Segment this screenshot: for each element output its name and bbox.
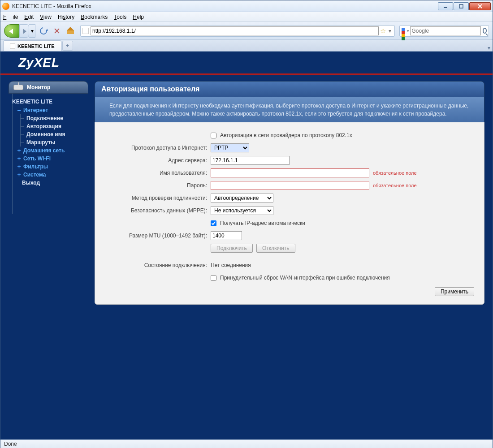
label-8021x: Авторизация в сети провайдера по протоко… xyxy=(220,132,352,138)
tab-strip: KEENETIC LITE + ▾ xyxy=(0,40,493,52)
label-username: Имя пользователя: xyxy=(105,170,211,176)
label-mppe: Безопасность данных (MPPE): xyxy=(105,207,211,214)
stop-button[interactable] xyxy=(52,26,62,36)
label-server: Адрес сервера: xyxy=(105,157,211,164)
back-button[interactable] xyxy=(4,24,19,38)
input-server[interactable] xyxy=(211,156,290,165)
menu-history[interactable]: History xyxy=(58,14,74,20)
status-text: Done xyxy=(4,441,17,447)
select-auth-method[interactable]: Автоопределение xyxy=(211,194,273,202)
tab-favicon xyxy=(10,43,15,49)
nav-history-dropdown[interactable]: ▾ xyxy=(29,24,35,38)
search-input[interactable] xyxy=(410,26,481,35)
nav-internet-routes[interactable]: Маршруты xyxy=(11,138,86,146)
nav-wifi[interactable]: Сеть Wi-Fi xyxy=(11,155,86,163)
sidebar: Монитор KEENETIC LITE Интернет Подключен… xyxy=(9,81,88,432)
conn-state-value: Нет соединения xyxy=(211,262,251,268)
content-panel: Авторизация пользователя Если для подклю… xyxy=(95,81,484,432)
firefox-menubar: File Edit View History Bookmarks Tools H… xyxy=(0,12,493,22)
sidebar-monitor-header[interactable]: Монитор xyxy=(9,81,88,94)
label-auth-method: Метод проверки подлинности: xyxy=(105,195,211,201)
search-icon[interactable] xyxy=(483,28,487,34)
router-page: ZyXEL Монитор KEENETIC LITE Интернет Под… xyxy=(0,52,493,439)
router-icon xyxy=(13,85,23,90)
zyxel-header: ZyXEL xyxy=(0,52,493,75)
apply-button[interactable]: Применить xyxy=(435,287,474,296)
auth-form: Авторизация в сети провайдера по протоко… xyxy=(95,122,484,305)
checkbox-8021x[interactable] xyxy=(211,133,216,138)
url-input[interactable] xyxy=(91,26,379,35)
firefox-navbar: ▾ ☆ ▾ ▾ xyxy=(0,22,493,40)
expand-icon xyxy=(17,165,21,168)
menu-edit[interactable]: Edit xyxy=(24,14,34,20)
nav-system[interactable]: Система xyxy=(11,171,86,179)
nav-home-network[interactable]: Домашняя сеть xyxy=(11,146,86,155)
expand-icon xyxy=(17,173,21,177)
label-mtu: Размер MTU (1000–1492 байт): xyxy=(105,233,211,239)
window-title: KEENETIC LITE - Mozilla Firefox xyxy=(12,3,91,9)
reload-icon xyxy=(39,26,48,35)
home-icon xyxy=(67,28,74,34)
tab-list-dropdown[interactable]: ▾ xyxy=(485,45,493,51)
firefox-icon xyxy=(2,3,9,10)
disconnect-button[interactable]: Отключить xyxy=(256,244,295,253)
stop-icon xyxy=(54,28,60,34)
label-auto-ip: Получать IP-адрес автоматически xyxy=(220,220,305,226)
nav-filters[interactable]: Фильтры xyxy=(11,163,86,171)
forward-button[interactable] xyxy=(19,24,29,38)
required-note-pass: обязательное поле xyxy=(373,183,417,188)
zyxel-logo: ZyXEL xyxy=(18,56,60,70)
new-tab-button[interactable]: + xyxy=(62,41,73,51)
statusbar: Done xyxy=(0,439,493,448)
select-protocol[interactable]: PPTP xyxy=(211,143,249,152)
nav-internet-connection[interactable]: Подключение xyxy=(11,114,86,122)
page-favicon xyxy=(82,28,89,34)
svg-rect-0 xyxy=(444,7,447,8)
panel-description: Если для подключения к Интернету необход… xyxy=(95,97,484,122)
connect-button[interactable]: Подключить xyxy=(211,244,253,253)
menu-bookmarks[interactable]: Bookmarks xyxy=(81,14,108,20)
nav-internet-dns[interactable]: Доменное имя xyxy=(11,130,86,138)
select-mppe[interactable]: Не используется xyxy=(211,206,273,215)
home-button[interactable] xyxy=(65,26,76,36)
label-password: Пароль: xyxy=(105,182,211,189)
nav-logout[interactable]: Выход xyxy=(11,179,86,187)
expand-icon xyxy=(17,157,21,160)
input-password[interactable] xyxy=(211,181,369,190)
panel-title: Авторизация пользователя xyxy=(95,81,484,97)
menu-view[interactable]: View xyxy=(40,14,52,20)
monitor-label: Монитор xyxy=(27,84,50,90)
window-titlebar: KEENETIC LITE - Mozilla Firefox xyxy=(0,0,493,12)
svg-rect-1 xyxy=(459,4,463,8)
expand-icon xyxy=(17,149,21,152)
window-maximize-button[interactable] xyxy=(454,2,469,10)
window-minimize-button[interactable] xyxy=(438,2,453,10)
nav-internet[interactable]: Интернет xyxy=(11,106,86,114)
checkbox-auto-ip[interactable] xyxy=(211,220,216,226)
menu-help[interactable]: Help xyxy=(133,14,144,20)
bookmark-star-icon[interactable]: ☆ xyxy=(380,27,386,35)
window-close-button[interactable] xyxy=(469,2,491,10)
device-name: KEENETIC LITE xyxy=(11,97,86,106)
input-username[interactable] xyxy=(211,168,369,177)
label-conn-state: Состояние подключения: xyxy=(105,262,211,268)
nav-tree: KEENETIC LITE Интернет Подключение Автор… xyxy=(9,94,88,214)
nav-internet-auth[interactable]: Авторизация xyxy=(11,122,86,130)
url-dropdown[interactable]: ▾ xyxy=(387,28,393,34)
label-wan-reset: Принудительный сброс WAN-интерфейса при … xyxy=(220,275,390,281)
required-note-user: обязательное поле xyxy=(373,170,417,176)
checkbox-wan-reset[interactable] xyxy=(211,275,216,281)
search-bar[interactable]: ▾ xyxy=(399,25,489,37)
reload-button[interactable] xyxy=(38,26,49,36)
menu-file[interactable]: File xyxy=(3,14,18,20)
label-protocol: Протокол доступа в Интернет: xyxy=(105,145,211,151)
url-bar[interactable]: ☆ ▾ xyxy=(80,25,395,37)
tab-title: KEENETIC LITE xyxy=(17,43,55,49)
menu-tools[interactable]: Tools xyxy=(114,14,126,20)
browser-tab[interactable]: KEENETIC LITE xyxy=(3,40,61,51)
input-mtu[interactable] xyxy=(211,231,242,240)
collapse-icon xyxy=(17,110,21,111)
google-icon xyxy=(402,28,406,34)
